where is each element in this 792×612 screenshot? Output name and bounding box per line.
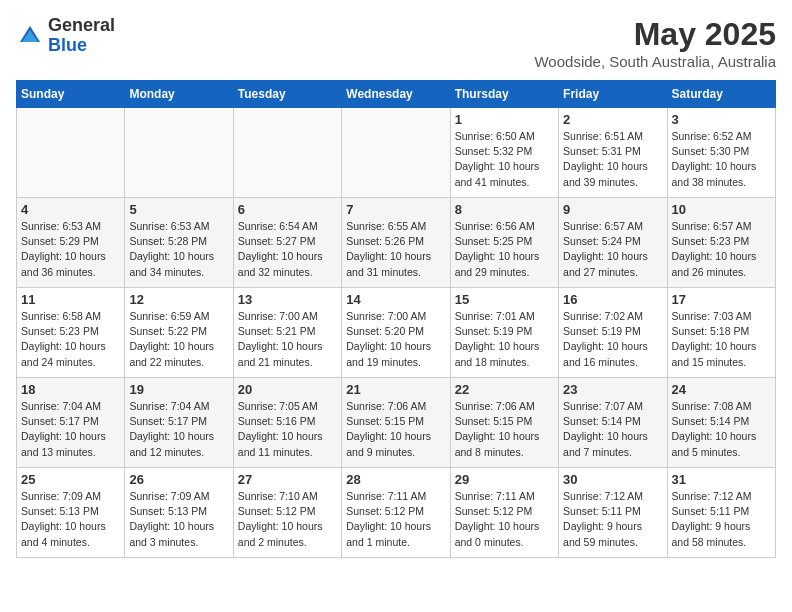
calendar-cell: 1Sunrise: 6:50 AM Sunset: 5:32 PM Daylig… <box>450 108 558 198</box>
day-detail: Sunrise: 6:57 AM Sunset: 5:24 PM Dayligh… <box>563 219 662 280</box>
day-number: 29 <box>455 472 554 487</box>
day-number: 22 <box>455 382 554 397</box>
day-number: 24 <box>672 382 771 397</box>
calendar-cell: 13Sunrise: 7:00 AM Sunset: 5:21 PM Dayli… <box>233 288 341 378</box>
day-number: 17 <box>672 292 771 307</box>
calendar-cell <box>125 108 233 198</box>
day-detail: Sunrise: 7:06 AM Sunset: 5:15 PM Dayligh… <box>346 399 445 460</box>
logo-blue: Blue <box>48 36 115 56</box>
day-detail: Sunrise: 7:03 AM Sunset: 5:18 PM Dayligh… <box>672 309 771 370</box>
day-detail: Sunrise: 7:04 AM Sunset: 5:17 PM Dayligh… <box>21 399 120 460</box>
day-detail: Sunrise: 7:09 AM Sunset: 5:13 PM Dayligh… <box>129 489 228 550</box>
day-detail: Sunrise: 6:52 AM Sunset: 5:30 PM Dayligh… <box>672 129 771 190</box>
calendar-cell: 22Sunrise: 7:06 AM Sunset: 5:15 PM Dayli… <box>450 378 558 468</box>
day-number: 12 <box>129 292 228 307</box>
day-number: 9 <box>563 202 662 217</box>
day-number: 3 <box>672 112 771 127</box>
day-detail: Sunrise: 7:05 AM Sunset: 5:16 PM Dayligh… <box>238 399 337 460</box>
calendar-cell: 8Sunrise: 6:56 AM Sunset: 5:25 PM Daylig… <box>450 198 558 288</box>
subtitle: Woodside, South Australia, Australia <box>534 53 776 70</box>
day-number: 5 <box>129 202 228 217</box>
day-number: 2 <box>563 112 662 127</box>
day-detail: Sunrise: 6:51 AM Sunset: 5:31 PM Dayligh… <box>563 129 662 190</box>
calendar-cell: 23Sunrise: 7:07 AM Sunset: 5:14 PM Dayli… <box>559 378 667 468</box>
weekday-header-row: SundayMondayTuesdayWednesdayThursdayFrid… <box>17 81 776 108</box>
day-number: 27 <box>238 472 337 487</box>
day-number: 6 <box>238 202 337 217</box>
calendar-cell <box>342 108 450 198</box>
day-number: 1 <box>455 112 554 127</box>
calendar-week-row: 1Sunrise: 6:50 AM Sunset: 5:32 PM Daylig… <box>17 108 776 198</box>
calendar-cell <box>233 108 341 198</box>
day-detail: Sunrise: 6:53 AM Sunset: 5:29 PM Dayligh… <box>21 219 120 280</box>
weekday-header-cell: Friday <box>559 81 667 108</box>
day-detail: Sunrise: 7:07 AM Sunset: 5:14 PM Dayligh… <box>563 399 662 460</box>
calendar-cell: 20Sunrise: 7:05 AM Sunset: 5:16 PM Dayli… <box>233 378 341 468</box>
day-number: 21 <box>346 382 445 397</box>
calendar-table: SundayMondayTuesdayWednesdayThursdayFrid… <box>16 80 776 558</box>
calendar-cell: 17Sunrise: 7:03 AM Sunset: 5:18 PM Dayli… <box>667 288 775 378</box>
calendar-cell: 7Sunrise: 6:55 AM Sunset: 5:26 PM Daylig… <box>342 198 450 288</box>
calendar-cell: 11Sunrise: 6:58 AM Sunset: 5:23 PM Dayli… <box>17 288 125 378</box>
weekday-header-cell: Saturday <box>667 81 775 108</box>
day-detail: Sunrise: 7:02 AM Sunset: 5:19 PM Dayligh… <box>563 309 662 370</box>
calendar-cell: 4Sunrise: 6:53 AM Sunset: 5:29 PM Daylig… <box>17 198 125 288</box>
calendar-body: 1Sunrise: 6:50 AM Sunset: 5:32 PM Daylig… <box>17 108 776 558</box>
day-number: 7 <box>346 202 445 217</box>
calendar-cell: 19Sunrise: 7:04 AM Sunset: 5:17 PM Dayli… <box>125 378 233 468</box>
day-detail: Sunrise: 6:55 AM Sunset: 5:26 PM Dayligh… <box>346 219 445 280</box>
day-number: 30 <box>563 472 662 487</box>
day-detail: Sunrise: 7:09 AM Sunset: 5:13 PM Dayligh… <box>21 489 120 550</box>
day-detail: Sunrise: 7:06 AM Sunset: 5:15 PM Dayligh… <box>455 399 554 460</box>
calendar-cell: 2Sunrise: 6:51 AM Sunset: 5:31 PM Daylig… <box>559 108 667 198</box>
page-header: General Blue May 2025 Woodside, South Au… <box>16 16 776 70</box>
calendar-cell: 9Sunrise: 6:57 AM Sunset: 5:24 PM Daylig… <box>559 198 667 288</box>
day-number: 19 <box>129 382 228 397</box>
calendar-cell: 14Sunrise: 7:00 AM Sunset: 5:20 PM Dayli… <box>342 288 450 378</box>
calendar-cell <box>17 108 125 198</box>
calendar-cell: 26Sunrise: 7:09 AM Sunset: 5:13 PM Dayli… <box>125 468 233 558</box>
day-detail: Sunrise: 7:01 AM Sunset: 5:19 PM Dayligh… <box>455 309 554 370</box>
day-detail: Sunrise: 6:53 AM Sunset: 5:28 PM Dayligh… <box>129 219 228 280</box>
day-detail: Sunrise: 7:00 AM Sunset: 5:20 PM Dayligh… <box>346 309 445 370</box>
logo: General Blue <box>16 16 115 56</box>
calendar-cell: 6Sunrise: 6:54 AM Sunset: 5:27 PM Daylig… <box>233 198 341 288</box>
day-number: 18 <box>21 382 120 397</box>
weekday-header-cell: Sunday <box>17 81 125 108</box>
day-number: 31 <box>672 472 771 487</box>
day-detail: Sunrise: 7:11 AM Sunset: 5:12 PM Dayligh… <box>455 489 554 550</box>
day-number: 14 <box>346 292 445 307</box>
weekday-header-cell: Wednesday <box>342 81 450 108</box>
calendar-cell: 21Sunrise: 7:06 AM Sunset: 5:15 PM Dayli… <box>342 378 450 468</box>
day-detail: Sunrise: 7:11 AM Sunset: 5:12 PM Dayligh… <box>346 489 445 550</box>
calendar-cell: 3Sunrise: 6:52 AM Sunset: 5:30 PM Daylig… <box>667 108 775 198</box>
calendar-week-row: 18Sunrise: 7:04 AM Sunset: 5:17 PM Dayli… <box>17 378 776 468</box>
day-number: 10 <box>672 202 771 217</box>
day-number: 25 <box>21 472 120 487</box>
calendar-week-row: 25Sunrise: 7:09 AM Sunset: 5:13 PM Dayli… <box>17 468 776 558</box>
main-title: May 2025 <box>534 16 776 53</box>
day-number: 15 <box>455 292 554 307</box>
day-detail: Sunrise: 6:59 AM Sunset: 5:22 PM Dayligh… <box>129 309 228 370</box>
title-block: May 2025 Woodside, South Australia, Aust… <box>534 16 776 70</box>
day-detail: Sunrise: 7:10 AM Sunset: 5:12 PM Dayligh… <box>238 489 337 550</box>
weekday-header-cell: Tuesday <box>233 81 341 108</box>
day-detail: Sunrise: 7:04 AM Sunset: 5:17 PM Dayligh… <box>129 399 228 460</box>
weekday-header-cell: Monday <box>125 81 233 108</box>
day-detail: Sunrise: 7:12 AM Sunset: 5:11 PM Dayligh… <box>563 489 662 550</box>
calendar-cell: 28Sunrise: 7:11 AM Sunset: 5:12 PM Dayli… <box>342 468 450 558</box>
weekday-header-cell: Thursday <box>450 81 558 108</box>
calendar-cell: 5Sunrise: 6:53 AM Sunset: 5:28 PM Daylig… <box>125 198 233 288</box>
day-number: 26 <box>129 472 228 487</box>
day-number: 28 <box>346 472 445 487</box>
calendar-cell: 29Sunrise: 7:11 AM Sunset: 5:12 PM Dayli… <box>450 468 558 558</box>
day-detail: Sunrise: 6:57 AM Sunset: 5:23 PM Dayligh… <box>672 219 771 280</box>
day-number: 4 <box>21 202 120 217</box>
day-number: 8 <box>455 202 554 217</box>
day-number: 20 <box>238 382 337 397</box>
day-detail: Sunrise: 6:50 AM Sunset: 5:32 PM Dayligh… <box>455 129 554 190</box>
calendar-cell: 10Sunrise: 6:57 AM Sunset: 5:23 PM Dayli… <box>667 198 775 288</box>
day-detail: Sunrise: 7:12 AM Sunset: 5:11 PM Dayligh… <box>672 489 771 550</box>
calendar-week-row: 4Sunrise: 6:53 AM Sunset: 5:29 PM Daylig… <box>17 198 776 288</box>
calendar-cell: 25Sunrise: 7:09 AM Sunset: 5:13 PM Dayli… <box>17 468 125 558</box>
